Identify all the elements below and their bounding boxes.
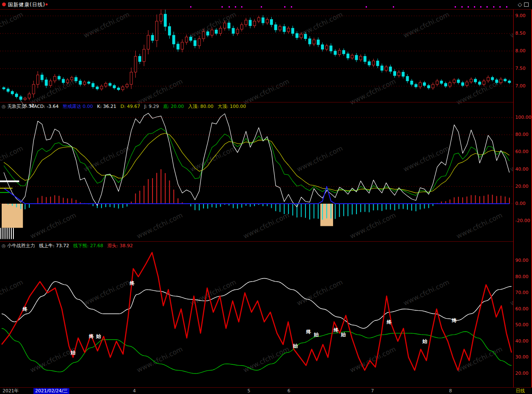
phase-annotation: 始 (313, 332, 319, 338)
price-gridlines (0, 16, 513, 86)
phase-annotation: 终 (89, 333, 94, 339)
phase-annotation: 终 (129, 280, 135, 286)
bull-axis: 90.0080.0070.0060.0050.0040.0030.0020.00 (514, 9, 531, 387)
status-bar: 2021年 2021/02/24/三 45678 日线 (0, 387, 532, 394)
period-label: 日线 (516, 388, 525, 394)
indicator2-value-labels: 小牛战胜主力线上牛: 73.72线下熊: 27.68滑头: 38.92 (8, 243, 137, 248)
restore-window-icon[interactable] (524, 3, 529, 7)
phase-annotation: 终 (22, 306, 28, 312)
year-label: 2021年 (3, 388, 19, 394)
phase-annotation: 终 (305, 329, 311, 335)
month-tick: 7 (371, 388, 374, 394)
event-dot-icon (474, 6, 475, 8)
indicator2-header-row: ◎小牛战胜主力线上牛: 73.72线下熊: 27.68滑头: 38.92 (0, 241, 532, 249)
axis-tick-label: 90.00 (515, 258, 529, 263)
indicator-toggle-icon[interactable]: ◎ (2, 243, 6, 248)
axis-tick-label: 60.00 (515, 307, 529, 312)
event-dot-icon (291, 6, 292, 8)
indicator-label: 小牛战胜主力 (8, 243, 35, 248)
phase-annotation: 始 (422, 338, 428, 344)
indicator-label: 底: 20.00 (163, 104, 184, 109)
indicator1-value-labels: 无敌买卖MACD: -3.64愍戒露达 0.00K: 36.21D: 49.67… (8, 104, 250, 109)
indicator1-header-row: ◎无敌买卖MACD: -3.64愍戒露达 0.00K: 36.21D: 49.6… (0, 102, 532, 110)
stock-marker-icon (2, 3, 6, 6)
phase-annotation: 终 (386, 319, 392, 325)
event-dot-icon (468, 6, 469, 8)
candles-layer (3, 8, 511, 101)
candlestick-chart-panel[interactable]: 9.216.57 (0, 9, 513, 102)
indicator-label: 愍戒露达 0.00 (63, 104, 93, 109)
indicator-label: 滑头: 38.92 (107, 243, 133, 248)
event-dot-icon (455, 6, 456, 8)
bull-bear-chart-panel[interactable]: 终始终始终始终始终始终始终 (0, 249, 513, 387)
indicator-label: J: 9.29 (144, 104, 159, 109)
alert-dot-icon (46, 3, 48, 5)
indicator-toggle-icon[interactable]: ◎ (2, 104, 6, 109)
axis-tick-label: 40.00 (515, 339, 529, 344)
event-dot-icon (506, 6, 507, 8)
event-dot-icon (366, 6, 367, 8)
left-white-bar (0, 180, 19, 182)
event-dot-icon (241, 6, 242, 8)
phase-annotation: 始 (293, 343, 298, 349)
indicator-label: 入顶: 80.00 (188, 104, 214, 109)
phase-annotation: 始 (96, 333, 102, 339)
phase-annotation: 终 (451, 317, 457, 323)
phase-annotation: 始 (70, 350, 76, 356)
selected-date-field[interactable]: 2021/02/24/三 (33, 388, 69, 394)
month-tick: 8 (449, 388, 452, 394)
phase-annotation: 终 (333, 327, 339, 333)
d-line (4, 133, 509, 193)
phase-annotation: 始 (340, 332, 346, 338)
event-dot-icon (499, 6, 501, 8)
kdj-macd-chart-panel[interactable] (0, 110, 513, 241)
axis-tick-label: 20.00 (515, 371, 529, 376)
event-dot-icon (461, 6, 463, 8)
series-线下熊 (2, 328, 512, 374)
axis-tick-label: 70.00 (515, 290, 529, 295)
series-滑头 (2, 253, 512, 371)
trading-terminal-window: 国新健康(日线) ◇ www.cfchi.comwww.cfchi.comwww… (0, 0, 532, 394)
event-dot-icon (284, 6, 285, 8)
signal-box (2, 204, 23, 228)
indicator-label: 线上牛: 73.72 (39, 243, 69, 248)
indicator-label: K: 36.21 (97, 104, 116, 109)
event-dot-icon (261, 6, 262, 8)
event-dot-icon (221, 6, 223, 8)
axis-tick-label: 50.00 (515, 322, 529, 327)
axis-tick-label: 30.00 (515, 355, 529, 360)
month-tick: 4 (133, 388, 136, 394)
kdj-macd-chart (0, 110, 513, 241)
event-dot-icon (486, 6, 488, 8)
macd-histogram (8, 169, 509, 220)
k-line (4, 128, 509, 196)
event-dot-icon (493, 6, 494, 8)
event-dot-icon (190, 6, 191, 8)
month-tick: 6 (288, 388, 290, 394)
diamond-icon[interactable]: ◇ (518, 1, 522, 8)
window-title: 国新健康(日线) (8, 1, 45, 8)
indicator-label: MACD: -3.64 (30, 104, 59, 109)
indicator-label: 无敌买卖 (8, 104, 26, 109)
right-axis-column: 9.008.508.007.507.00 100.0080.0060.0040.… (513, 9, 532, 387)
indicator-label: 大顶: 100.00 (218, 104, 246, 109)
event-dot-icon (235, 6, 236, 8)
candlestick-chart: 9.216.57 (0, 9, 513, 102)
axis-tick-label: 80.00 (515, 274, 529, 279)
month-tick: 5 (247, 388, 250, 394)
event-dot-icon (480, 6, 481, 8)
indicator-label: 线下熊: 27.68 (73, 243, 103, 248)
bull-bear-chart: 终始终始终始终始终始终始终 (0, 249, 513, 387)
title-bar: 国新健康(日线) ◇ (0, 0, 532, 10)
indicator-label: D: 49.67 (120, 104, 140, 109)
event-dot-icon (393, 6, 394, 8)
event-dot-icon (229, 6, 230, 8)
zero-signal-line (4, 187, 509, 204)
